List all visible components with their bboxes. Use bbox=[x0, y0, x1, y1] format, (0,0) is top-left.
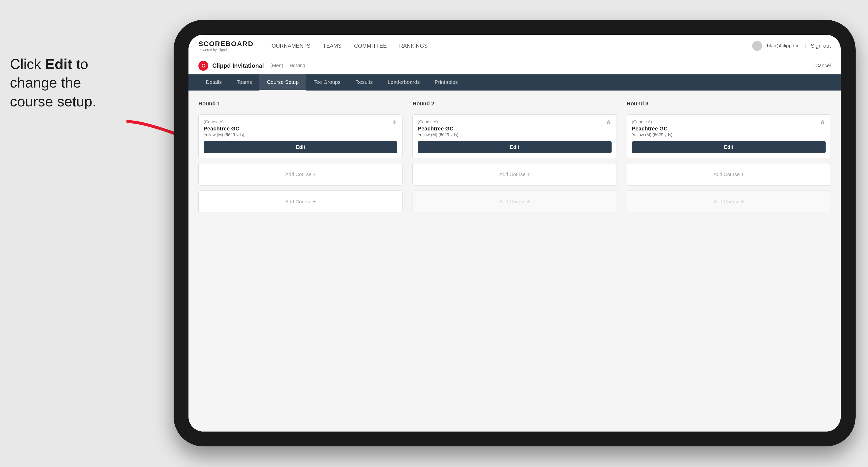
tab-results[interactable]: Results bbox=[348, 74, 380, 91]
tab-tee-groups[interactable]: Tee Groups bbox=[306, 74, 348, 91]
round-3-delete-icon[interactable]: 🗑 bbox=[819, 119, 827, 126]
round-2-column: Round 2 🗑 (Course A) Peachtree GC Yellow… bbox=[412, 100, 617, 213]
round-3-course-label: (Course A) bbox=[632, 120, 826, 125]
tabs-bar: Details Teams Course Setup Tee Groups Re… bbox=[188, 74, 841, 91]
round-1-edit-button[interactable]: Edit bbox=[204, 142, 397, 153]
rounds-container: Round 1 🗑 (Course A) Peachtree GC Yellow… bbox=[198, 100, 831, 213]
sub-header-left: C Clippd Invitational (Men) Hosting bbox=[198, 61, 305, 71]
sub-header: C Clippd Invitational (Men) Hosting Canc… bbox=[188, 57, 841, 74]
annotation-bold: Edit bbox=[45, 56, 72, 72]
round-2-delete-icon[interactable]: 🗑 bbox=[605, 119, 613, 126]
round-2-course-label: (Course A) bbox=[417, 120, 611, 125]
round-2-add-course-1[interactable]: Add Course + bbox=[412, 163, 617, 186]
cancel-button[interactable]: Cancel bbox=[815, 63, 831, 68]
round-2-add-course-2-label: Add Course + bbox=[499, 199, 530, 205]
user-avatar bbox=[752, 41, 762, 51]
user-email: blair@clippd.io bbox=[767, 43, 800, 49]
nav-rankings[interactable]: RANKINGS bbox=[399, 42, 428, 50]
round-2-add-course-2: Add Course + bbox=[412, 190, 617, 213]
round-3-add-course-2: Add Course + bbox=[627, 190, 831, 213]
round-2-course-name: Peachtree GC bbox=[417, 125, 611, 132]
hosting-badge: Hosting bbox=[290, 63, 305, 68]
tournament-title: Clippd Invitational bbox=[212, 62, 264, 69]
round-2-edit-button[interactable]: Edit bbox=[417, 142, 611, 153]
scoreboard-logo: SCOREBOARD Powered by clippd bbox=[198, 40, 253, 52]
annotation-line1: Click Edit tochange thecourse setup. bbox=[10, 56, 96, 110]
round-3-column: Round 3 🗑 (Course A) Peachtree GC Yellow… bbox=[627, 100, 831, 213]
annotation-text: Click Edit tochange thecourse setup. bbox=[0, 44, 136, 121]
round-1-course-label: (Course A) bbox=[204, 120, 397, 125]
tab-leaderboards[interactable]: Leaderboards bbox=[380, 74, 427, 91]
tab-printables[interactable]: Printables bbox=[427, 74, 465, 91]
tab-course-setup[interactable]: Course Setup bbox=[259, 74, 306, 91]
round-3-edit-button[interactable]: Edit bbox=[632, 142, 826, 153]
round-1-add-course-1[interactable]: Add Course + bbox=[198, 163, 403, 186]
round-2-title: Round 2 bbox=[412, 100, 617, 107]
round-3-add-course-1-label: Add Course + bbox=[713, 172, 744, 177]
round-2-course-card: 🗑 (Course A) Peachtree GC Yellow (M) (66… bbox=[412, 114, 617, 158]
round-3-course-details: Yellow (M) (6629 yds) bbox=[632, 132, 826, 137]
round-3-course-name: Peachtree GC bbox=[632, 125, 826, 132]
round-1-delete-icon[interactable]: 🗑 bbox=[391, 119, 398, 126]
round-1-column: Round 1 🗑 (Course A) Peachtree GC Yellow… bbox=[198, 100, 403, 213]
round-1-add-course-2-label: Add Course + bbox=[285, 199, 316, 205]
round-1-course-card: 🗑 (Course A) Peachtree GC Yellow (M) (66… bbox=[198, 114, 403, 158]
round-1-title: Round 1 bbox=[198, 100, 403, 107]
sign-out-link[interactable]: Sign out bbox=[811, 42, 831, 50]
nav-separator: | bbox=[805, 43, 806, 49]
round-1-course-name: Peachtree GC bbox=[204, 125, 397, 132]
logo-sub-text: Powered by clippd bbox=[198, 48, 253, 52]
nav-committee[interactable]: COMMITTEE bbox=[354, 42, 387, 50]
tournament-gender: (Men) bbox=[270, 63, 283, 68]
tablet-screen: SCOREBOARD Powered by clippd TOURNAMENTS… bbox=[188, 35, 841, 432]
tablet-device: SCOREBOARD Powered by clippd TOURNAMENTS… bbox=[174, 20, 856, 446]
round-2-course-details: Yellow (M) (6629 yds) bbox=[417, 132, 611, 137]
top-nav-right: blair@clippd.io | Sign out bbox=[752, 41, 831, 51]
nav-teams[interactable]: TEAMS bbox=[323, 42, 342, 50]
round-3-add-course-2-label: Add Course + bbox=[713, 199, 744, 205]
main-content: Round 1 🗑 (Course A) Peachtree GC Yellow… bbox=[188, 91, 841, 432]
round-3-title: Round 3 bbox=[627, 100, 831, 107]
round-3-course-card: 🗑 (Course A) Peachtree GC Yellow (M) (66… bbox=[627, 114, 831, 158]
logo-main-text: SCOREBOARD bbox=[198, 40, 253, 48]
round-1-add-course-2[interactable]: Add Course + bbox=[198, 190, 403, 213]
round-1-course-details: Yellow (M) (6629 yds) bbox=[204, 132, 397, 137]
clippd-logo: C bbox=[198, 61, 208, 71]
nav-tournaments[interactable]: TOURNAMENTS bbox=[268, 42, 310, 50]
round-1-add-course-1-label: Add Course + bbox=[285, 172, 316, 177]
round-2-add-course-1-label: Add Course + bbox=[499, 172, 530, 177]
nav-links: TOURNAMENTS TEAMS COMMITTEE RANKINGS bbox=[268, 42, 752, 50]
round-3-add-course-1[interactable]: Add Course + bbox=[627, 163, 831, 186]
tab-teams[interactable]: Teams bbox=[229, 74, 259, 91]
tab-details[interactable]: Details bbox=[198, 74, 229, 91]
top-navigation: SCOREBOARD Powered by clippd TOURNAMENTS… bbox=[188, 35, 841, 57]
